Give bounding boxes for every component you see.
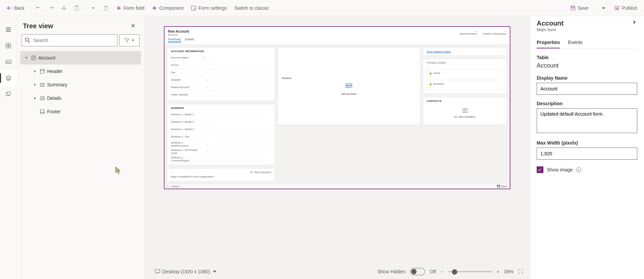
collapse-panel-button[interactable]: [632, 19, 637, 25]
status-bar: Desktop (1920 x 1080) Show Hidden Off − …: [145, 264, 530, 279]
delete-button[interactable]: [100, 3, 112, 13]
zoom-slider[interactable]: [448, 271, 492, 272]
tree-item-header[interactable]: Header: [20, 65, 141, 78]
svg-point-23: [347, 87, 347, 88]
cut-button[interactable]: [58, 3, 70, 13]
chevron-down-icon: [212, 269, 217, 274]
zoom-in-button[interactable]: +: [497, 269, 499, 274]
undo-button[interactable]: [32, 3, 44, 13]
map-section[interactable]: ⊕Get Directions Map is disabled for this…: [167, 168, 275, 181]
svg-rect-22: [346, 86, 352, 87]
tree-item-details[interactable]: Details: [20, 91, 141, 105]
table-value: Account: [537, 62, 637, 69]
tree-view-panel: Tree view ✕ Account Header: [17, 16, 145, 279]
close-tree-button[interactable]: ✕: [128, 21, 138, 31]
rail-fields[interactable]: Abc: [0, 54, 17, 70]
form-field-row[interactable]: Address 1: Street 1---: [171, 111, 271, 118]
rail-library[interactable]: [0, 86, 17, 102]
chevron-right-icon: [33, 83, 37, 87]
form-field-button[interactable]: Form field: [113, 3, 148, 13]
svg-rect-17: [40, 83, 44, 86]
paste-dropdown[interactable]: [87, 3, 99, 13]
form-field-label: Form field: [123, 5, 144, 11]
form-field-row[interactable]: Parent Account---: [171, 84, 271, 91]
rail-hamburger[interactable]: [0, 22, 17, 38]
description-input[interactable]: [537, 108, 637, 133]
error-card[interactable]: Error loading control: [423, 47, 507, 55]
timeline-loading-icon: [345, 82, 353, 90]
tree-item-summary[interactable]: Summary: [20, 78, 141, 91]
form-field-row[interactable]: Address 1: ZIP/Postal Code---: [171, 148, 271, 155]
cut-icon: [61, 5, 67, 11]
save-button[interactable]: Save: [567, 3, 592, 13]
plus-icon: [152, 5, 157, 11]
device-selector[interactable]: Desktop (1920 x 1080): [151, 267, 221, 276]
address-section[interactable]: ADDRESS Address 1: Street 1---Address 1:…: [167, 104, 275, 165]
tree-header-label: Header: [47, 69, 63, 74]
rail-tree-view[interactable]: [0, 70, 17, 86]
max-width-input[interactable]: [537, 148, 637, 160]
plus-icon: [116, 5, 121, 11]
svg-rect-15: [40, 69, 44, 71]
svg-rect-27: [155, 270, 160, 273]
switch-classic-button[interactable]: Switch to classic: [231, 3, 273, 13]
tree-filter-button[interactable]: [119, 34, 140, 46]
table-label: Table: [537, 55, 637, 60]
preview-tab-details[interactable]: Details: [185, 37, 194, 42]
form-icon: [31, 55, 36, 60]
rail-components[interactable]: [0, 38, 17, 54]
tree-search-input[interactable]: [33, 38, 114, 43]
fit-to-screen-button[interactable]: ⛶: [518, 269, 523, 274]
contacts-section[interactable]: CONTACTS No data available.: [423, 97, 507, 125]
info-icon[interactable]: [576, 167, 581, 172]
error-loading-link[interactable]: Error loading control: [427, 50, 451, 53]
tree-summary-label: Summary: [47, 82, 67, 87]
svg-point-13: [25, 38, 29, 41]
properties-title: Account: [537, 19, 564, 27]
form-field-row[interactable]: Address 1: Country/Region---: [171, 155, 271, 163]
search-icon: [25, 37, 31, 43]
hamburger-icon: [5, 27, 11, 33]
chevron-right-icon: [33, 69, 37, 73]
publish-button[interactable]: Publish: [611, 3, 641, 13]
form-field-row[interactable]: Account Name*---: [171, 54, 271, 62]
primary-contact-section[interactable]: Primary Contact --- 🔒Email--- 🔒Business-…: [423, 59, 507, 94]
component-button[interactable]: Component: [148, 3, 187, 13]
form-field-row[interactable]: Address 1: Street 2---: [171, 118, 271, 126]
tab-events[interactable]: Events: [568, 37, 582, 48]
form-field-row[interactable]: Address 1: State/Province---: [171, 141, 271, 148]
form-field-row[interactable]: Address 1: Street 3---: [171, 126, 271, 133]
redo-button[interactable]: [45, 3, 57, 13]
form-settings-button[interactable]: Form settings: [188, 3, 230, 13]
preview-tab-summary[interactable]: Summary: [168, 37, 181, 42]
account-info-section[interactable]: ACCOUNT INFORMATION Account Name*---Phon…: [167, 47, 275, 101]
save-dropdown[interactable]: [598, 3, 610, 13]
form-field-row[interactable]: Ticker Symbol---: [171, 91, 271, 98]
form-field-row[interactable]: Address 1: City---: [171, 133, 271, 141]
tree-item-footer[interactable]: Footer: [20, 105, 141, 118]
form-field-row[interactable]: Website---: [171, 76, 271, 84]
divider: [30, 4, 30, 12]
tab-icon: [40, 82, 45, 87]
form-preview[interactable]: New Account Account ---Annual Revenue --…: [164, 26, 510, 189]
save-icon: [570, 5, 576, 11]
svg-rect-5: [6, 43, 8, 45]
show-hidden-label: Show Hidden: [378, 269, 405, 274]
zoom-percent: 39%: [504, 269, 513, 274]
display-name-input[interactable]: [537, 83, 637, 95]
back-button[interactable]: Back: [3, 3, 28, 13]
timeline-section[interactable]: Timeline Almost there: [278, 47, 420, 125]
form-field-row[interactable]: Fax---: [171, 69, 271, 76]
tab-properties[interactable]: Properties: [537, 37, 560, 48]
show-image-checkbox[interactable]: ✓: [537, 166, 543, 173]
tree-item-account[interactable]: Account: [20, 51, 141, 65]
svg-rect-20: [40, 112, 44, 114]
tree-search-box[interactable]: [22, 34, 117, 46]
form-field-row[interactable]: Phone---: [171, 62, 271, 69]
svg-text:Abc: Abc: [6, 61, 11, 63]
zoom-out-button[interactable]: −: [441, 269, 443, 274]
show-hidden-toggle[interactable]: [410, 268, 425, 275]
max-width-label: Max Width (pixels): [537, 140, 637, 146]
paste-button[interactable]: [71, 3, 83, 13]
publish-label: Publish: [622, 5, 637, 11]
